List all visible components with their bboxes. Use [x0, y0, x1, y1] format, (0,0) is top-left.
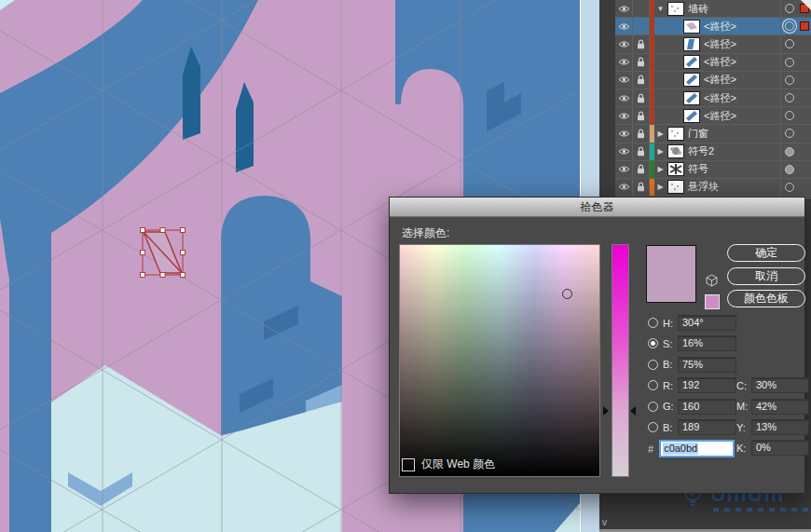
disclosure-triangle[interactable] — [654, 107, 667, 124]
disclosure-triangle[interactable] — [654, 89, 667, 106]
slider-arrow-right[interactable] — [630, 406, 636, 416]
value-input[interactable]: 13% — [751, 419, 809, 435]
layer-name[interactable]: <路径> — [700, 109, 780, 123]
dialog-titlebar[interactable]: 拾色器 — [390, 198, 804, 217]
visibility-toggle[interactable] — [615, 72, 633, 89]
layer-name[interactable]: 符号 — [684, 162, 780, 176]
lock-toggle[interactable] — [633, 54, 650, 71]
color-swatches-button[interactable]: 颜色色板 — [727, 290, 805, 307]
layer-row[interactable]: ▶门窗 — [615, 125, 811, 143]
target-circle[interactable] — [780, 161, 798, 178]
layer-row[interactable]: ▼墙砖 — [615, 0, 811, 18]
layer-thumbnail[interactable] — [682, 107, 700, 124]
visibility-toggle[interactable] — [615, 35, 633, 52]
layer-name[interactable]: 墙砖 — [684, 2, 780, 16]
lock-toggle[interactable] — [633, 179, 650, 196]
value-input[interactable]: 75% — [678, 357, 736, 373]
visibility-toggle[interactable] — [615, 143, 633, 160]
scroll-down-icon[interactable]: v — [602, 517, 607, 527]
visibility-toggle[interactable] — [615, 0, 633, 17]
target-circle[interactable] — [780, 125, 798, 142]
visibility-toggle[interactable] — [615, 107, 633, 124]
layer-row[interactable]: <路径> — [615, 54, 811, 72]
layer-thumbnail[interactable] — [682, 89, 700, 106]
ok-button[interactable]: 确定 — [727, 244, 805, 262]
disclosure-triangle[interactable]: ▶ — [654, 125, 667, 142]
layer-name[interactable]: <路径> — [700, 20, 780, 34]
target-circle[interactable] — [780, 107, 798, 124]
lock-toggle[interactable] — [633, 107, 650, 124]
disclosure-triangle[interactable]: ▶ — [654, 179, 667, 196]
hex-input[interactable]: c0a0bd — [659, 440, 735, 457]
layer-row[interactable]: ▶符号2 — [615, 143, 811, 161]
disclosure-triangle[interactable] — [654, 35, 667, 52]
target-circle[interactable] — [780, 179, 798, 196]
target-circle[interactable] — [780, 89, 798, 106]
lock-toggle[interactable] — [633, 89, 650, 106]
visibility-toggle[interactable] — [615, 179, 633, 196]
layer-name[interactable]: 门窗 — [684, 127, 780, 141]
visibility-toggle[interactable] — [615, 18, 633, 34]
layer-thumbnail[interactable] — [667, 143, 684, 160]
layer-thumbnail[interactable] — [682, 54, 700, 71]
disclosure-triangle[interactable]: ▶ — [654, 161, 667, 178]
value-input[interactable]: 189 — [678, 419, 736, 435]
layer-thumbnail[interactable] — [667, 125, 684, 142]
radio-button[interactable] — [648, 338, 658, 348]
disclosure-triangle[interactable]: ▶ — [654, 143, 667, 160]
value-input[interactable]: 30% — [751, 377, 809, 393]
color-field[interactable] — [399, 244, 600, 477]
lock-toggle[interactable] — [633, 125, 650, 142]
visibility-toggle[interactable] — [615, 125, 633, 142]
radio-button[interactable] — [648, 360, 658, 370]
layer-name[interactable]: 悬浮块 — [684, 180, 780, 194]
layer-name[interactable]: <路径> — [700, 37, 780, 51]
visibility-toggle[interactable] — [615, 89, 633, 106]
lock-toggle[interactable] — [633, 143, 650, 160]
radio-button[interactable] — [648, 422, 658, 432]
value-input[interactable]: 192 — [678, 377, 736, 393]
lock-toggle[interactable] — [633, 35, 650, 52]
layer-row[interactable]: <路径> — [615, 72, 811, 89]
web-color-cube-icon[interactable] — [706, 274, 718, 287]
layer-thumbnail[interactable] — [682, 72, 700, 89]
layer-row[interactable]: <路径> — [615, 18, 811, 35]
cancel-button[interactable]: 取消 — [727, 267, 805, 285]
target-circle[interactable] — [780, 54, 798, 71]
layer-name[interactable]: <路径> — [700, 73, 780, 87]
value-input[interactable]: 304° — [678, 315, 736, 331]
disclosure-triangle[interactable] — [654, 54, 667, 71]
visibility-toggle[interactable] — [615, 54, 633, 71]
layer-row[interactable]: <路径> — [615, 107, 811, 125]
disclosure-triangle[interactable]: ▼ — [654, 0, 667, 17]
layer-thumbnail[interactable] — [682, 18, 700, 34]
layer-name[interactable]: <路径> — [700, 91, 780, 105]
lock-toggle[interactable] — [633, 0, 650, 17]
layer-row[interactable]: ▶符号 — [615, 161, 811, 179]
target-circle[interactable] — [780, 35, 798, 52]
slider-arrow-left[interactable] — [603, 406, 609, 416]
target-circle[interactable] — [780, 72, 798, 89]
target-circle[interactable] — [780, 18, 798, 34]
layer-thumbnail[interactable] — [682, 35, 700, 52]
target-circle[interactable] — [780, 143, 798, 160]
layer-thumbnail[interactable] — [667, 0, 684, 17]
target-circle[interactable] — [780, 0, 798, 17]
value-input[interactable]: 42% — [751, 399, 809, 415]
value-input[interactable]: 16% — [678, 335, 736, 351]
visibility-toggle[interactable] — [615, 161, 633, 178]
web-safe-swatch[interactable] — [705, 294, 720, 309]
layer-name[interactable]: 符号2 — [684, 144, 780, 158]
radio-button[interactable] — [648, 402, 658, 412]
layer-row[interactable]: <路径> — [615, 89, 811, 107]
layer-row[interactable]: <路径> — [615, 35, 811, 53]
saturation-slider[interactable] — [612, 244, 629, 477]
disclosure-triangle[interactable] — [654, 18, 667, 34]
web-only-checkbox[interactable] — [402, 458, 415, 471]
radio-button[interactable] — [648, 380, 658, 390]
radio-button[interactable] — [648, 318, 658, 328]
lock-toggle[interactable] — [633, 72, 650, 89]
layer-thumbnail[interactable] — [667, 161, 684, 178]
lock-toggle[interactable] — [633, 161, 650, 178]
lock-toggle[interactable] — [633, 18, 650, 34]
